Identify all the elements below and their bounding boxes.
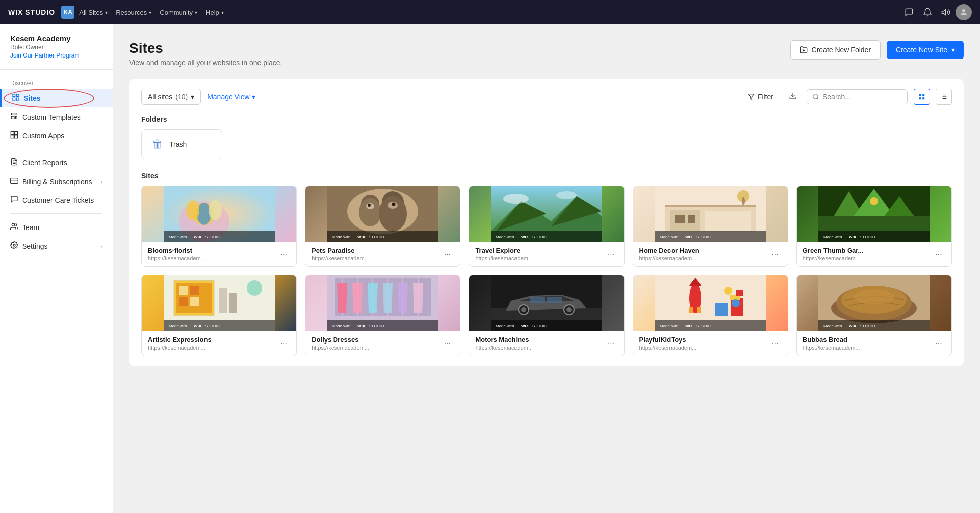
svg-text:Made with: Made with [332, 235, 350, 239]
chat-icon-button[interactable] [901, 4, 917, 20]
svg-text:STUDIO: STUDIO [205, 235, 220, 239]
svg-point-120 [566, 307, 572, 312]
view-list-button[interactable] [936, 89, 952, 105]
site-menu-button[interactable]: ··· [932, 337, 945, 350]
settings-icon [10, 241, 18, 251]
svg-rect-95 [190, 297, 199, 306]
sidebar-item-custom-templates[interactable]: Custom Templates [0, 107, 113, 126]
sidebar-item-team[interactable]: Team [0, 218, 113, 237]
site-card-dollys-dresses[interactable]: Made with WIX STUDIO Dollys Dresses http… [305, 275, 460, 356]
search-input[interactable] [822, 93, 893, 101]
all-sites-dropdown[interactable]: All sites (10) ▾ [141, 89, 201, 105]
trash-icon: 🗑 [152, 138, 163, 151]
account-role: Role: Owner [10, 44, 102, 51]
sidebar-item-label: Customer Care Tickets [22, 196, 94, 204]
site-name: PlayfulKidToys [639, 336, 768, 344]
svg-rect-96 [219, 288, 227, 313]
grid-icon [918, 93, 925, 100]
site-info: Green Thumb Gar... https://kesemacadem..… [797, 242, 951, 266]
sidebar-item-sites[interactable]: Sites [0, 89, 113, 107]
site-card-playfulkidtoys[interactable]: Made with WIX STUDIO PlayfulKidToys http… [633, 275, 788, 356]
community-nav-button[interactable]: Community ▾ [157, 7, 200, 18]
site-card-bubbas-bread[interactable]: Made with WIX STUDIO Bubbas Bread https:… [796, 275, 952, 356]
site-menu-button[interactable]: ··· [605, 248, 618, 261]
sidebar-item-billing[interactable]: Billing & Subscriptions › [0, 172, 113, 191]
site-thumbnail: Made with WIX STUDIO [142, 186, 296, 242]
download-icon [789, 92, 797, 100]
site-card-green-thumb[interactable]: Made with WIX STUDIO Green Thumb Gar... … [796, 186, 952, 267]
sites-icon [12, 93, 20, 103]
view-grid-button[interactable] [914, 89, 930, 105]
svg-point-47 [379, 196, 407, 232]
svg-rect-121 [530, 297, 545, 303]
site-url: https://kesemacadem... [639, 255, 768, 261]
partner-link[interactable]: Join Our Partner Program [10, 52, 79, 59]
sidebar-item-settings[interactable]: Settings › [0, 237, 113, 255]
site-menu-button[interactable]: ··· [277, 337, 290, 350]
filter-button[interactable]: Filter [743, 90, 779, 104]
all-sites-nav-button[interactable]: All Sites ▾ [76, 7, 111, 18]
svg-text:WIX: WIX [685, 324, 693, 328]
svg-text:STUDIO: STUDIO [696, 235, 711, 239]
site-menu-button[interactable]: ··· [605, 337, 618, 350]
svg-point-60 [503, 194, 529, 204]
folders-grid: 🗑 Trash [141, 129, 952, 159]
chevron-down-icon: ▾ [951, 46, 955, 54]
resources-nav-button[interactable]: Resources ▾ [113, 7, 154, 18]
svg-rect-6 [11, 131, 14, 134]
svg-rect-94 [179, 297, 188, 306]
site-menu-button[interactable]: ··· [441, 248, 454, 261]
svg-text:STUDIO: STUDIO [369, 235, 384, 239]
site-info: Motors Machines https://kesemacadem... ·… [469, 331, 624, 356]
bell-icon-button[interactable] [919, 4, 936, 20]
create-folder-button[interactable]: Create New Folder [790, 40, 881, 60]
billing-icon [10, 177, 18, 186]
chevron-down-icon: ▾ [149, 10, 151, 15]
export-button[interactable] [785, 89, 801, 105]
megaphone-icon-button[interactable] [938, 4, 954, 20]
svg-rect-93 [190, 286, 199, 295]
svg-text:Made with: Made with [660, 324, 678, 328]
svg-marker-0 [942, 10, 946, 15]
site-card-pets-paradise[interactable]: Made with WIX STUDIO Pets Paradise https… [305, 186, 460, 267]
site-card-motors-machines[interactable]: Made with WIX STUDIO Motors Machines htt… [469, 275, 624, 356]
wix-logo: WIX STUDIO [8, 8, 55, 16]
site-menu-button[interactable]: ··· [441, 337, 454, 350]
site-menu-button[interactable]: ··· [932, 248, 945, 261]
sidebar-item-custom-apps[interactable]: Custom Apps [0, 126, 113, 145]
page-title: Sites [129, 40, 282, 56]
svg-text:WIX: WIX [357, 324, 366, 328]
site-card-travel-explore[interactable]: Made with WIX STUDIO Travel Explore http… [469, 186, 624, 267]
top-navigation: WIX STUDIO KA All Sites ▾ Resources ▾ Co… [0, 0, 980, 24]
svg-point-137 [732, 299, 740, 307]
site-menu-button[interactable]: ··· [768, 337, 782, 350]
chevron-right-icon: › [100, 243, 102, 249]
svg-marker-18 [748, 94, 754, 100]
search-box[interactable] [807, 89, 908, 104]
blooms-thumb-svg: Made with WIX STUDIO [164, 186, 275, 242]
svg-point-50 [368, 204, 371, 207]
sidebar-item-client-reports[interactable]: Client Reports [0, 153, 113, 172]
svg-rect-97 [229, 293, 237, 313]
folder-card-trash[interactable]: 🗑 Trash [141, 129, 222, 159]
create-site-button[interactable]: Create New Site ▾ [887, 41, 964, 59]
site-card-home-decor-haven[interactable]: Made with WIX STUDIO Home Decor Haven ht… [633, 186, 788, 267]
site-menu-button[interactable]: ··· [768, 248, 782, 261]
search-icon [812, 93, 819, 100]
site-thumbnail: Made with WIX STUDIO [633, 186, 788, 242]
sidebar: Kesem Academy Role: Owner Join Our Partn… [0, 24, 113, 513]
playkid-thumb-svg: Made with WIX STUDIO [655, 275, 766, 331]
help-nav-button[interactable]: Help ▾ [202, 7, 227, 18]
user-avatar[interactable] [956, 4, 972, 20]
site-card-artistic-expressions[interactable]: Made with WIX STUDIO Artistic Expression… [141, 275, 297, 356]
site-name: Home Decor Haven [639, 247, 768, 254]
site-menu-button[interactable]: ··· [277, 248, 290, 261]
account-avatar-pill[interactable]: KA [61, 6, 74, 19]
svg-point-136 [724, 287, 732, 295]
motors-thumb-svg: Made with WIX STUDIO [491, 275, 602, 331]
manage-view-button[interactable]: Manage View ▾ [207, 93, 255, 101]
svg-point-84 [870, 197, 878, 205]
sidebar-item-customer-care[interactable]: Customer Care Tickets [0, 191, 113, 209]
site-card-blooms-florist[interactable]: Made with WIX STUDIO Blooms-florist http… [141, 186, 297, 267]
site-url: https://kesemacadem... [148, 255, 277, 261]
